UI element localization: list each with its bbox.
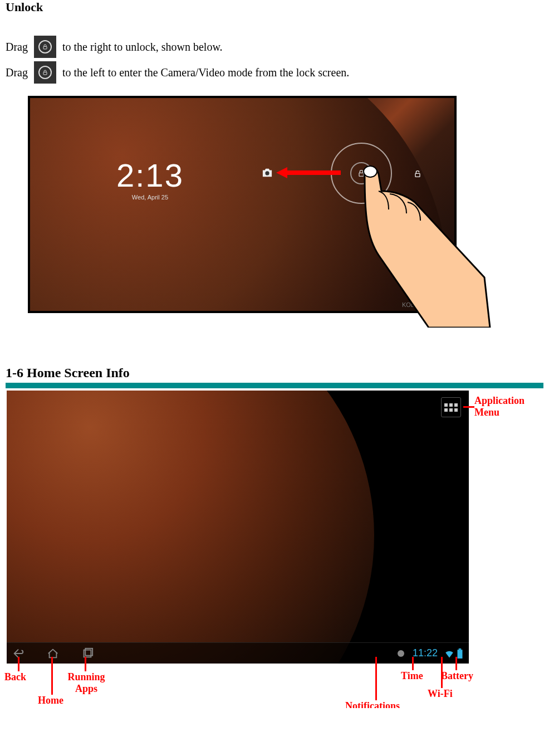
navigation-bar: 11:22 bbox=[7, 642, 469, 664]
wifi-icon bbox=[444, 649, 454, 658]
status-time: 11:22 bbox=[413, 647, 438, 659]
callout-line bbox=[375, 657, 377, 700]
callout-line bbox=[18, 657, 19, 671]
recent-apps-button[interactable] bbox=[81, 647, 94, 660]
status-bar: KOB-CAN bbox=[402, 301, 450, 309]
callout-application-menu: Application Menu bbox=[474, 395, 547, 418]
text: to the right to unlock, shown below. bbox=[60, 41, 223, 53]
notification-icon[interactable] bbox=[396, 648, 406, 659]
clock-widget: 2:13 Wed, April 25 bbox=[116, 157, 184, 201]
text: Drag bbox=[6, 66, 31, 79]
callout-battery: Battery bbox=[441, 670, 473, 682]
callout-home: Home bbox=[38, 695, 63, 706]
home-screen: 11:22 bbox=[7, 391, 469, 664]
callout-running-apps: Running Apps bbox=[56, 671, 117, 695]
lock-icon bbox=[34, 36, 56, 58]
callout-time: Time bbox=[401, 670, 423, 682]
svg-rect-5 bbox=[445, 302, 449, 309]
wifi-icon bbox=[433, 301, 441, 308]
clock-date: Wed, April 25 bbox=[116, 194, 184, 201]
svg-marker-8 bbox=[276, 167, 287, 178]
wallpaper-planet bbox=[7, 391, 374, 664]
home-button[interactable] bbox=[47, 647, 59, 660]
text: Drag bbox=[6, 41, 31, 53]
battery-icon bbox=[457, 648, 463, 659]
svg-rect-1 bbox=[43, 72, 47, 75]
callout-line bbox=[412, 657, 414, 670]
section-divider bbox=[6, 383, 543, 388]
heading-home-screen-info: 1-6 Home Screen Info bbox=[6, 365, 543, 381]
text: to the left to enter the Camera/Video mo… bbox=[60, 66, 349, 79]
app-drawer-button[interactable] bbox=[441, 397, 461, 417]
instruction-line-2: Drag to the left to enter the Camera/Vid… bbox=[6, 61, 543, 84]
svg-point-12 bbox=[398, 650, 404, 657]
wallpaper-planet bbox=[28, 96, 448, 313]
callout-notifications: Notifications bbox=[345, 700, 400, 708]
heading-unlock: Unlock bbox=[6, 0, 543, 14]
network-name: KOB-CAN bbox=[402, 301, 430, 308]
callout-line bbox=[455, 657, 457, 670]
instruction-line-1: Drag to the right to unlock, shown below… bbox=[6, 36, 543, 58]
svg-rect-14 bbox=[459, 648, 462, 650]
camera-icon[interactable] bbox=[261, 168, 273, 178]
svg-rect-3 bbox=[359, 173, 364, 176]
callout-line bbox=[85, 657, 86, 671]
callout-line bbox=[463, 406, 474, 408]
svg-rect-0 bbox=[43, 47, 47, 50]
callout-wifi: Wi-Fi bbox=[428, 688, 453, 700]
callout-line bbox=[51, 657, 53, 695]
svg-rect-6 bbox=[446, 301, 448, 302]
lock-screen-figure: 2:13 Wed, April 25 KOB-CAN bbox=[28, 96, 507, 341]
lock-icon bbox=[34, 61, 56, 84]
swipe-arrow bbox=[276, 167, 341, 178]
svg-rect-4 bbox=[415, 173, 420, 177]
clock-time: 2:13 bbox=[116, 157, 184, 194]
status-area[interactable]: 11:22 bbox=[396, 647, 463, 659]
unlock-icon[interactable] bbox=[413, 168, 422, 179]
svg-point-2 bbox=[265, 171, 269, 175]
home-screen-figure: 11:22 Application Menu Back Home Running… bbox=[7, 391, 469, 708]
svg-rect-13 bbox=[458, 650, 463, 659]
lock-screen: 2:13 Wed, April 25 KOB-CAN bbox=[28, 96, 457, 313]
lock-slider-handle[interactable] bbox=[350, 162, 372, 184]
callout-back: Back bbox=[4, 671, 26, 683]
battery-icon bbox=[444, 301, 450, 309]
